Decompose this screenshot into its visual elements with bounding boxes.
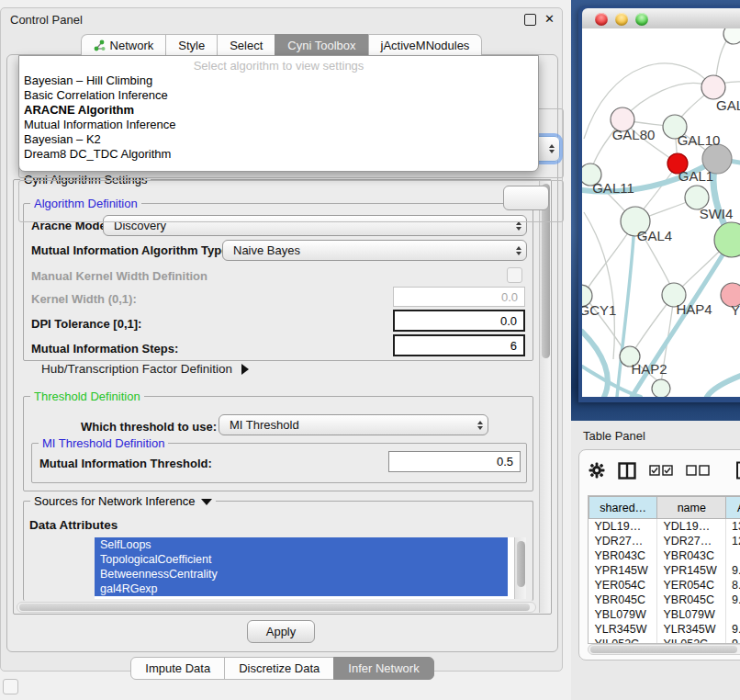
network-desktop: GAL GAL80 GAL10 GAL1 GAL11 SWI4 GAL4 GCY… bbox=[571, 0, 740, 421]
tab-jactivemnodules[interactable]: jActiveMNodules bbox=[368, 34, 483, 57]
node-label: Y bbox=[731, 302, 740, 318]
network-node[interactable] bbox=[652, 379, 670, 397]
table-toolbar bbox=[589, 461, 740, 480]
panel-corner-icon[interactable] bbox=[3, 679, 18, 694]
apply-button[interactable]: Apply bbox=[247, 620, 315, 643]
float-window-icon[interactable] bbox=[524, 14, 536, 26]
gear-icon[interactable] bbox=[589, 462, 605, 479]
zoom-window-icon[interactable] bbox=[635, 13, 648, 26]
data-attribute-item[interactable]: SelfLoops bbox=[95, 537, 508, 552]
data-attribute-item[interactable]: TopologicalCoefficient bbox=[95, 552, 508, 567]
algorithm-option[interactable]: ARACNE Algorithm bbox=[19, 103, 538, 118]
mi-threshold-group: MI Threshold Definition Mutual Informati… bbox=[31, 443, 527, 483]
table-row[interactable]: YER054CYER054C8. bbox=[589, 578, 740, 593]
collapse-arrow-icon[interactable] bbox=[201, 499, 212, 505]
mi-threshold-label: Mutual Information Threshold: bbox=[39, 457, 212, 470]
tab-impute-data[interactable]: Impute Data bbox=[130, 657, 225, 680]
table-horizontal-scrollbar[interactable] bbox=[588, 644, 740, 655]
data-attributes-list: SelfLoopsTopologicalCoefficientBetweenne… bbox=[95, 537, 526, 599]
scrollbar-thumb[interactable] bbox=[517, 541, 525, 587]
expand-arrow-icon[interactable] bbox=[241, 364, 249, 375]
table-cell: YBR045C bbox=[657, 593, 726, 607]
mi-algorithm-type-combo[interactable]: Naive Bayes bbox=[222, 240, 527, 261]
tab-select[interactable]: Select bbox=[217, 34, 275, 57]
mi-threshold-input[interactable]: 0.5 bbox=[388, 451, 521, 472]
table-row[interactable]: YBR045CYBR045C9. bbox=[589, 593, 740, 607]
close-window-icon[interactable] bbox=[595, 13, 608, 26]
network-node-gal2[interactable] bbox=[701, 75, 725, 99]
deselect-all-checkboxes-icon[interactable] bbox=[686, 465, 710, 476]
which-threshold-label: Which threshold to use: bbox=[81, 420, 217, 434]
settings-horizontal-scrollbar[interactable] bbox=[17, 602, 536, 613]
table-cell: YBL079W bbox=[589, 607, 657, 622]
table-cell: YER054C bbox=[589, 578, 657, 593]
algorithm-option[interactable]: Bayesian – Hill Climbing bbox=[19, 73, 538, 88]
which-threshold-combo[interactable]: MI Threshold bbox=[219, 414, 488, 435]
tab-network[interactable]: Network bbox=[81, 34, 167, 57]
mi-steps-input[interactable]: 6 bbox=[393, 334, 525, 356]
table-row[interactable]: YPR145WYPR145W9. bbox=[589, 563, 740, 578]
tab-label: Impute Data bbox=[145, 661, 210, 675]
mi-steps-label: Mutual Information Steps: bbox=[31, 342, 178, 356]
control-panel-titlebar: Control Panel ✕ bbox=[1, 8, 562, 30]
table-row[interactable]: YLR345WYLR345W9. bbox=[589, 622, 740, 637]
close-icon[interactable]: ✕ bbox=[544, 12, 555, 26]
sources-title-text: Sources for Network Inference bbox=[34, 494, 196, 508]
tab-infer-network[interactable]: Infer Network bbox=[333, 657, 433, 680]
list-vertical-scrollbar[interactable] bbox=[514, 537, 526, 599]
scrollbar-thumb[interactable] bbox=[590, 646, 737, 653]
table-row[interactable]: YDR27…YDR27…12 bbox=[589, 534, 740, 548]
table-data-combo[interactable] bbox=[503, 186, 549, 210]
data-attribute-item[interactable]: gal4RGexp bbox=[95, 581, 508, 596]
hub-definition-label: Hub/Transcription Factor Definition bbox=[41, 362, 232, 376]
node-label: GCY1 bbox=[582, 302, 616, 318]
network-view-window: GAL GAL80 GAL10 GAL1 GAL11 SWI4 GAL4 GCY… bbox=[578, 6, 740, 402]
network-canvas[interactable]: GAL GAL80 GAL10 GAL1 GAL11 SWI4 GAL4 GCY… bbox=[582, 28, 740, 397]
table-cell: YDL19… bbox=[589, 519, 657, 535]
tab-label: Style bbox=[178, 39, 205, 52]
tab-label: Cyni Toolbox bbox=[287, 39, 355, 52]
algorithm-option[interactable]: Bayesian – K2 bbox=[19, 132, 538, 147]
algorithm-dropdown-popup: Select algorithm to view settings Bayesi… bbox=[18, 55, 539, 172]
table-panel-title: Table Panel bbox=[583, 429, 645, 443]
tab-cyni-toolbox[interactable]: Cyni Toolbox bbox=[275, 34, 368, 57]
kernel-width-value: 0.0 bbox=[501, 290, 518, 304]
kernel-width-input[interactable]: 0.0 bbox=[393, 287, 525, 307]
dpi-tolerance-input[interactable]: 0.0 bbox=[393, 310, 525, 332]
table-row[interactable]: YBR043CYBR043C bbox=[589, 548, 740, 563]
cyni-algorithm-settings-group: Cyni Algorithm Settings Algorithm Defini… bbox=[13, 179, 552, 615]
sources-group-title[interactable]: Sources for Network Inference bbox=[30, 494, 216, 508]
tab-style[interactable]: Style bbox=[165, 34, 218, 57]
kernel-width-label: Kernel Width (0,1): bbox=[31, 292, 137, 306]
algorithm-option[interactable]: Basic Correlation Inference bbox=[19, 88, 538, 103]
algorithm-option[interactable]: Dream8 DC_TDC Algorithm bbox=[19, 147, 538, 162]
scrollbar-thumb[interactable] bbox=[19, 604, 530, 611]
table-row[interactable]: YDL19…YDL19…13 bbox=[589, 519, 740, 535]
table-cell: 13 bbox=[726, 519, 740, 535]
table-cell: YDR27… bbox=[657, 534, 726, 548]
control-panel-title: Control Panel bbox=[10, 13, 83, 27]
table-panel-region: Table Panel bbox=[571, 421, 740, 700]
node-label: GAL11 bbox=[592, 180, 634, 196]
column-header-name[interactable]: name bbox=[657, 497, 726, 519]
data-attributes-items: SelfLoopsTopologicalCoefficientBetweenne… bbox=[95, 537, 526, 596]
hub-definition-section[interactable]: Hub/Transcription Factor Definition bbox=[41, 362, 249, 376]
data-attribute-item[interactable]: BetweennessCentrality bbox=[95, 567, 508, 581]
select-all-checkboxes-icon[interactable] bbox=[649, 465, 673, 476]
cyni-toolbox-content: Select algorithm to view settings Bayesi… bbox=[6, 54, 558, 652]
table-row[interactable]: YIL052CYIL052C9 bbox=[589, 637, 740, 644]
network-tab-icon bbox=[94, 40, 106, 51]
table-cell: YIL052C bbox=[657, 637, 726, 644]
table-row[interactable]: YBL079WYBL079W bbox=[589, 607, 740, 622]
manual-kernel-width-checkbox[interactable] bbox=[507, 267, 522, 283]
minimize-window-icon[interactable] bbox=[615, 13, 628, 26]
settings-vertical-scrollbar[interactable] bbox=[539, 181, 551, 613]
columns-icon[interactable] bbox=[618, 462, 636, 480]
column-header-third[interactable]: A bbox=[726, 497, 740, 519]
dpi-tolerance-label: DPI Tolerance [0,1]: bbox=[31, 317, 141, 331]
algorithm-option[interactable]: Mutual Information Inference bbox=[19, 118, 538, 132]
table-cell: YER054C bbox=[657, 578, 726, 593]
new-table-icon[interactable] bbox=[735, 461, 740, 480]
tab-discretize-data[interactable]: Discretize Data bbox=[224, 657, 334, 680]
column-header-shared-name[interactable]: shared… bbox=[589, 497, 657, 519]
